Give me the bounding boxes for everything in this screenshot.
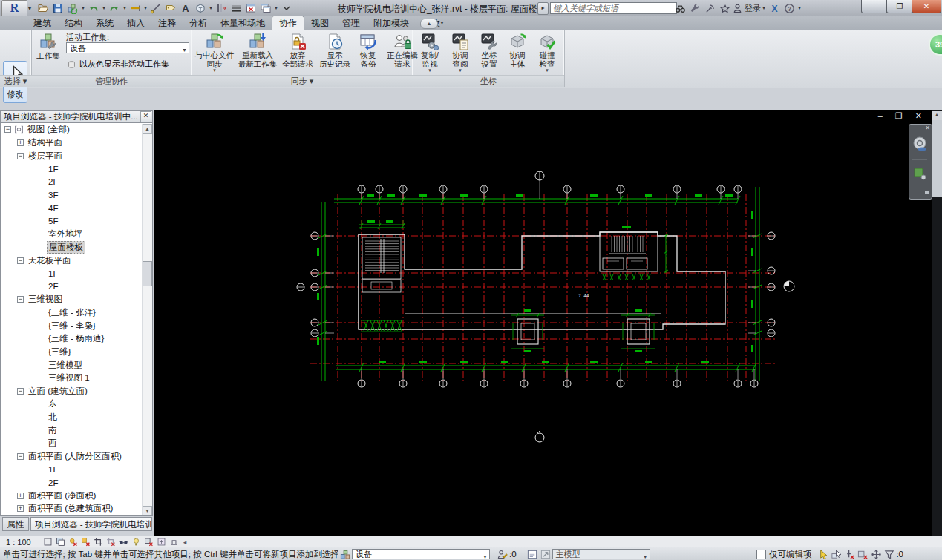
tree-item-视图全部[interactable]: −视图 (全部)	[1, 123, 152, 136]
tree-item-4F[interactable]: 4F	[1, 202, 152, 215]
tree-item-三维-张洋[interactable]: {三维 - 张洋}	[1, 306, 152, 320]
restore-button[interactable]: ❐	[886, 0, 913, 13]
ribbon-tab-系统[interactable]: 系统	[89, 16, 120, 30]
thin-lines-button[interactable]	[229, 1, 243, 15]
gray-inactive-worksets-toggle[interactable]: 以灰色显示非活动工作集	[66, 59, 169, 70]
tab-project-browser[interactable]: 项目浏览器 - 技师学院机电培训...	[30, 517, 152, 531]
dropdown-arrow-icon[interactable]: ▾	[143, 5, 148, 11]
ribbon-minimize-arrow-icon[interactable]: ▼	[439, 20, 445, 25]
search-expand-button[interactable]: ▸	[537, 2, 549, 15]
view-window-controls[interactable]: – ❐ ✕	[878, 111, 927, 121]
coordination-settings-button[interactable]: 坐标设置	[476, 32, 503, 68]
tree-item-面积平面净面积[interactable]: +面积平面 (净面积)	[1, 490, 152, 503]
tree-item-东[interactable]: 东	[1, 398, 152, 411]
tree-item-1F[interactable]: 1F	[1, 162, 152, 176]
app-menu-arrow-icon[interactable]: ▾	[28, 5, 31, 12]
communication-center-button[interactable]	[702, 2, 717, 15]
dropdown-arrow-icon[interactable]: ▾	[101, 5, 107, 11]
viewbar-collapse-icon[interactable]: ◂	[183, 538, 187, 546]
collapse-toggle-icon[interactable]: −	[17, 153, 24, 159]
main-model-icon[interactable]	[539, 549, 552, 560]
minimize-button[interactable]: —	[861, 0, 888, 13]
expand-toggle-icon[interactable]: +	[17, 493, 24, 499]
reconcile-hosting-button[interactable]: 协调主体	[504, 32, 531, 68]
worksharing-display-button[interactable]	[143, 537, 155, 547]
open-file-button[interactable]	[36, 1, 50, 15]
tree-item-面积平面总建筑面积[interactable]: +面积平面 (总建筑面积)	[1, 502, 152, 515]
close-inactive-windows-button[interactable]	[243, 1, 258, 15]
dropdown-arrow-icon[interactable]: ▾	[208, 5, 214, 11]
tree-item-屋面楼板[interactable]: 屋面楼板	[1, 241, 152, 254]
tree-item-天花板平面[interactable]: −天花板平面	[1, 254, 152, 267]
ribbon-tab-视图[interactable]: 视图	[304, 16, 336, 30]
scale-button[interactable]: 1 : 100	[6, 538, 31, 547]
tree-item-三维视图[interactable]: −三维视图	[1, 293, 152, 306]
workset-status-dropdown[interactable]: 设备▼	[352, 549, 490, 559]
expand-toggle-icon[interactable]: +	[17, 139, 24, 146]
tree-item-三维-李枭[interactable]: {三维 - 李枭}	[1, 319, 152, 332]
detail-level-button[interactable]	[42, 537, 54, 547]
tree-item-2F[interactable]: 2F	[1, 476, 152, 490]
crop-region-button[interactable]	[105, 537, 117, 547]
dropdown-arrow-icon[interactable]: ▾	[273, 5, 279, 11]
collapse-toggle-icon[interactable]: −	[17, 296, 24, 303]
coordination-review-button[interactable]: 协调查阅▾	[446, 32, 474, 73]
visual-style-button[interactable]	[54, 537, 67, 547]
reveal-constraints-button[interactable]	[168, 537, 180, 547]
ribbon-tab-结构[interactable]: 结构	[58, 16, 89, 30]
undo-button[interactable]	[86, 1, 101, 15]
select-underlay-button[interactable]	[829, 549, 843, 560]
measure-button[interactable]	[148, 1, 163, 15]
redo-button[interactable]	[107, 1, 122, 15]
sun-path-button[interactable]	[67, 537, 79, 547]
ribbon-tab-建筑[interactable]: 建筑	[27, 16, 58, 30]
editing-requests-icon[interactable]	[496, 549, 509, 560]
select-by-face-button[interactable]	[856, 549, 869, 560]
ribbon-tab-分析[interactable]: 分析	[183, 16, 214, 30]
reload-latest-button[interactable]: 重新载入最新工作集	[237, 32, 278, 68]
sync-center-button[interactable]	[65, 1, 80, 15]
crop-view-button[interactable]	[92, 537, 105, 547]
active-workset-dropdown[interactable]: 设备▼	[66, 42, 189, 53]
collapse-toggle-icon[interactable]: −	[17, 257, 24, 264]
dropdown-arrow-icon[interactable]: ▾	[797, 5, 802, 11]
navbar-close-icon[interactable]: ✕	[925, 125, 930, 131]
collapse-toggle-icon[interactable]: −	[17, 388, 24, 395]
worksets-button[interactable]: 工作集	[33, 32, 63, 61]
search-input[interactable]: 键入关键字或短语	[550, 2, 677, 14]
canvas-scroll-up-icon[interactable]: ▲	[932, 111, 942, 120]
tree-item-三维[interactable]: {三维}	[1, 346, 152, 359]
interference-check-button[interactable]: 碰撞检查▾	[532, 32, 562, 73]
editable-only-checkbox[interactable]	[756, 550, 766, 559]
support-button[interactable]	[687, 2, 702, 15]
signin-button[interactable]: 登录	[732, 2, 761, 15]
design-option-dropdown[interactable]: 主模型▼	[552, 549, 650, 559]
tree-item-2F[interactable]: 2F	[1, 176, 152, 189]
tree-item-三维视图1[interactable]: 三维视图 1	[1, 372, 152, 385]
dropdown-arrow-icon[interactable]: ▾	[80, 5, 86, 11]
tree-item-楼层平面[interactable]: −楼层平面	[1, 149, 152, 162]
select-pinned-button[interactable]	[843, 549, 856, 560]
dropdown-arrow-icon[interactable]: ▾	[761, 5, 767, 11]
section-button[interactable]	[214, 1, 229, 15]
customize-qat-button[interactable]	[279, 1, 294, 15]
panel-label-select[interactable]: 选择 ▾	[0, 75, 31, 87]
tree-item-南[interactable]: 南	[1, 424, 152, 437]
search-button[interactable]	[673, 2, 687, 15]
select-links-button[interactable]	[816, 549, 829, 560]
scroll-down-icon[interactable]: ▼	[143, 506, 152, 515]
tree-item-面积平面人防分区面积[interactable]: −面积平面 (人防分区面积)	[1, 450, 152, 464]
ribbon-tab-附加模块[interactable]: 附加模块	[367, 16, 416, 30]
tree-item-三维模型[interactable]: 三维模型	[1, 358, 152, 372]
tree-item-1F[interactable]: 1F	[1, 463, 152, 476]
collapse-toggle-icon[interactable]: −	[17, 453, 24, 460]
tree-item-三维-杨雨迪[interactable]: {三维 - 杨雨迪}	[1, 332, 152, 346]
drag-on-selection-button[interactable]	[869, 549, 883, 560]
tree-item-3F[interactable]: 3F	[1, 188, 152, 202]
show-history-button[interactable]: 显示历史记录	[317, 32, 353, 68]
tree-item-立面建筑立面[interactable]: −立面 (建筑立面)	[1, 385, 152, 398]
tree-item-5F[interactable]: 5F	[1, 214, 152, 228]
save-button[interactable]	[50, 1, 65, 15]
ribbon-minimize-button[interactable]: ▲	[420, 19, 438, 29]
design-options-icon[interactable]	[526, 549, 539, 560]
